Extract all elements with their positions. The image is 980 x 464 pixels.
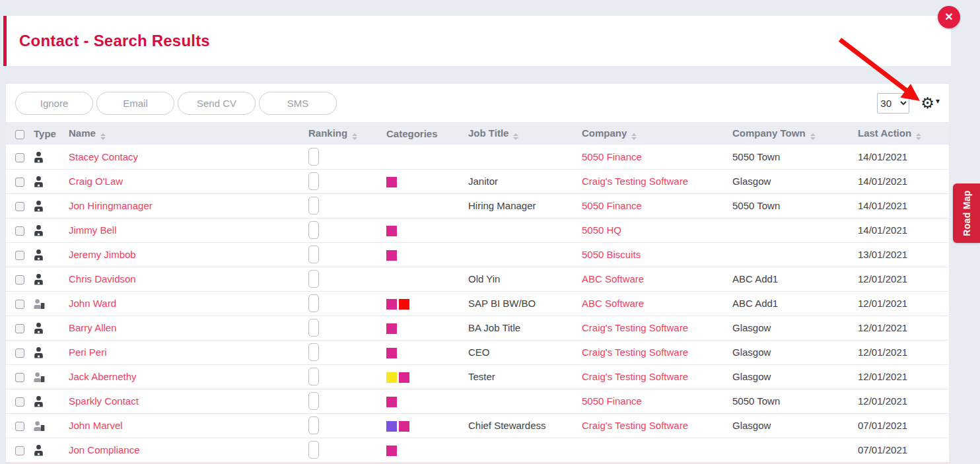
contact-name-link[interactable]: Jon Compliance	[69, 444, 140, 455]
row-checkbox[interactable]	[15, 300, 24, 309]
company-town-cell: Glasgow	[732, 340, 858, 364]
table-row: Chris DavidsonOld YinABC SoftwareABC Add…	[6, 267, 949, 291]
company-town-cell: ABC Add1	[732, 267, 858, 291]
job-title-cell: Old Yin	[468, 267, 582, 291]
column-header-job-title[interactable]: Job Title	[468, 122, 582, 145]
page-size-select[interactable]: 30	[877, 93, 909, 114]
company-link[interactable]: Craig's Testing Software	[582, 420, 688, 431]
ranking-box[interactable]	[308, 197, 319, 215]
company-link[interactable]: Craig's Testing Software	[582, 371, 688, 382]
job-title-cell	[468, 242, 582, 267]
company-link[interactable]: ABC Software	[582, 273, 644, 284]
column-header-last-action[interactable]: Last Action	[858, 122, 949, 145]
row-checkbox[interactable]	[15, 324, 24, 333]
row-checkbox[interactable]	[15, 397, 24, 407]
ranking-box[interactable]	[308, 246, 319, 263]
company-town-cell	[732, 218, 858, 242]
job-title-cell	[468, 218, 582, 242]
row-checkbox[interactable]	[15, 373, 24, 382]
category-swatch-yellow	[386, 372, 397, 383]
company-town-cell: Glasgow	[732, 169, 858, 193]
ranking-box[interactable]	[308, 441, 319, 459]
sms-button[interactable]: SMS	[259, 92, 337, 115]
contact-name-link[interactable]: Stacey Contacy	[69, 151, 138, 162]
contact-name-link[interactable]: Peri Peri	[69, 347, 107, 358]
company-town-cell: 5050 Town	[732, 389, 858, 413]
contact-name-link[interactable]: Craig O'Law	[69, 176, 123, 187]
column-header-name[interactable]: Name	[69, 122, 308, 145]
type-cell	[34, 145, 69, 169]
column-header-company-town[interactable]: Company Town	[732, 122, 858, 145]
company-link[interactable]: 5050 Finance	[582, 151, 642, 162]
ranking-box[interactable]	[308, 172, 319, 190]
row-checkbox[interactable]	[15, 422, 24, 431]
table-row: Jon Compliance07/01/2021	[6, 438, 949, 462]
column-header-ranking[interactable]: Ranking	[308, 122, 386, 145]
last-action-cell: 12/01/2021	[858, 340, 949, 364]
company-link[interactable]: 5050 Finance	[582, 395, 642, 407]
type-cell	[34, 193, 69, 218]
table-row: Jack AbernethyTesterCraig's Testing Soft…	[6, 364, 949, 389]
ranking-box[interactable]	[308, 221, 319, 239]
ranking-box[interactable]	[308, 294, 319, 312]
contact-name-link[interactable]: John Ward	[69, 298, 116, 309]
column-label: Name	[69, 127, 96, 139]
table-row: Barry AllenBA Job TitleCraig's Testing S…	[6, 315, 949, 340]
row-checkbox[interactable]	[15, 226, 24, 236]
settings-button[interactable]: ⚙ ▾	[921, 96, 940, 111]
select-all-checkbox[interactable]	[15, 130, 24, 139]
row-checkbox[interactable]	[15, 178, 24, 187]
road-map-tab[interactable]: Road Map	[953, 183, 980, 243]
company-town-cell: 5050 Town	[732, 193, 858, 218]
contact-person-icon	[34, 396, 44, 407]
row-checkbox[interactable]	[15, 202, 24, 211]
ranking-box[interactable]	[308, 416, 319, 434]
contact-name-link[interactable]: Jack Abernethy	[69, 371, 137, 382]
road-map-label: Road Map	[962, 190, 972, 236]
company-link[interactable]: 5050 Biscuits	[582, 249, 641, 260]
company-link[interactable]: 5050 HQ	[582, 224, 621, 236]
categories-cell	[386, 242, 468, 267]
email-button[interactable]: Email	[96, 92, 174, 115]
ignore-button[interactable]: Ignore	[15, 92, 93, 115]
close-icon: ✕	[944, 11, 953, 22]
company-link[interactable]: ABC Software	[582, 298, 644, 309]
close-button[interactable]: ✕	[938, 6, 960, 28]
category-swatch-magenta	[386, 250, 397, 261]
ranking-box[interactable]	[308, 368, 319, 385]
ranking-box[interactable]	[308, 270, 319, 288]
company-link[interactable]: Craig's Testing Software	[582, 347, 688, 358]
type-cell	[34, 389, 69, 413]
categories-cell	[386, 315, 468, 340]
company-link[interactable]: 5050 Finance	[582, 200, 642, 211]
ranking-box[interactable]	[308, 319, 319, 337]
contact-name-link[interactable]: Sparkly Contact	[69, 395, 139, 407]
column-header-company[interactable]: Company	[582, 122, 732, 145]
last-action-cell: 12/01/2021	[858, 364, 949, 389]
ranking-box[interactable]	[308, 343, 319, 361]
contact-name-link[interactable]: Jeremy Jimbob	[69, 249, 136, 260]
row-checkbox[interactable]	[15, 153, 24, 162]
send-cv-button[interactable]: Send CV	[178, 92, 256, 115]
contact-name-link[interactable]: John Marvel	[69, 420, 123, 431]
last-action-cell: 07/01/2021	[858, 413, 949, 438]
contact-name-link[interactable]: Chris Davidson	[69, 273, 136, 284]
contact-name-link[interactable]: Jon Hiringmanager	[69, 200, 153, 211]
contact-name-link[interactable]: Barry Allen	[69, 322, 117, 333]
table-row: Jon HiringmanagerHiring Manager5050 Fina…	[6, 193, 949, 218]
gear-icon: ⚙	[921, 96, 934, 111]
company-link[interactable]: Craig's Testing Software	[582, 176, 688, 187]
job-title-cell	[468, 145, 582, 169]
row-checkbox[interactable]	[15, 446, 24, 455]
page-header: Contact - Search Results	[3, 16, 951, 66]
last-action-cell: 07/01/2021	[858, 438, 949, 462]
ranking-box[interactable]	[308, 392, 319, 410]
row-checkbox[interactable]	[15, 275, 24, 284]
row-checkbox[interactable]	[15, 348, 24, 358]
row-checkbox[interactable]	[15, 251, 24, 260]
ranking-box[interactable]	[308, 148, 319, 166]
category-swatch-magenta	[386, 446, 397, 456]
company-link[interactable]: Craig's Testing Software	[582, 322, 688, 333]
type-cell	[34, 315, 69, 340]
contact-name-link[interactable]: Jimmy Bell	[69, 224, 117, 236]
